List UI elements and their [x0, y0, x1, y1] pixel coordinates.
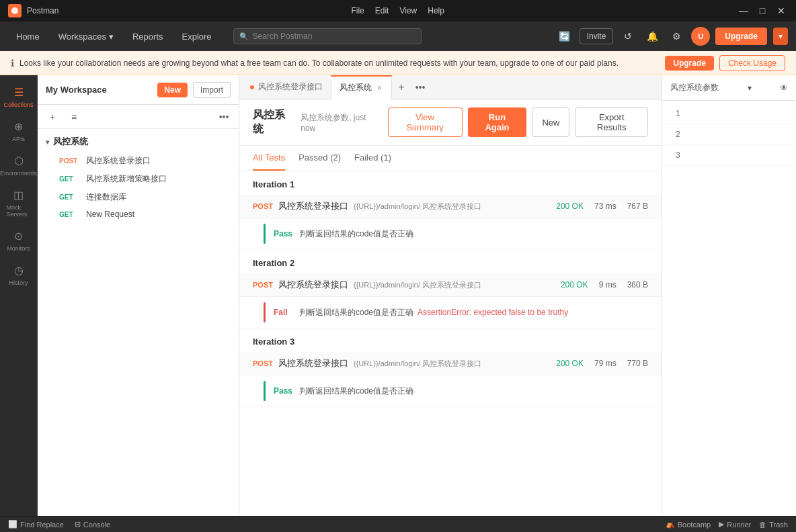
titlebar: Postman File Edit View Help — □ ✕ — [0, 0, 796, 21]
menu-view[interactable]: View — [399, 6, 417, 15]
tab-passed[interactable]: Passed (2) — [298, 146, 341, 171]
invite-button[interactable]: Invite — [580, 28, 614, 44]
run-again-button[interactable]: Run Again — [468, 107, 527, 137]
icon-sidebar: ☰ Collections ⊕ APIs ⬡ Environments ◫ Mo… — [0, 75, 38, 516]
tab-close-button[interactable]: × — [376, 82, 383, 94]
tab-more-button[interactable]: ••• — [411, 78, 430, 97]
sidebar-import-button[interactable]: Import — [193, 82, 231, 98]
collection-name: 风控系统 — [53, 136, 88, 148]
sidebar-item-history-label: History — [9, 279, 28, 286]
search-bar[interactable]: 🔍 Search Postman — [233, 28, 422, 44]
sidebar-item-environments[interactable]: ⬡ Environments — [4, 149, 34, 182]
iteration-2-req-name: 风控系统登录接口 — [278, 279, 348, 291]
sidebar-item-monitors[interactable]: ⊙ Monitors — [4, 224, 34, 257]
trash-button[interactable]: 🗑 Trash — [759, 520, 788, 529]
minimize-button[interactable]: — — [737, 5, 750, 16]
list-item[interactable]: GET 连接数据库 — [38, 188, 239, 206]
sidebar-item-mock-servers[interactable]: ◫ Mock Servers — [4, 183, 34, 223]
bootcamp-label: Bootcamp — [678, 521, 711, 529]
nav-right: 🔄 Invite ↺ 🔔 ⚙ U Upgrade ▾ — [555, 27, 788, 46]
iteration-3-time: 79 ms — [594, 359, 616, 368]
mock-servers-icon: ◫ — [13, 189, 24, 202]
pass-label: Pass — [274, 229, 294, 238]
eye-icon[interactable]: 👁 — [780, 83, 788, 93]
maximize-button[interactable]: □ — [756, 5, 769, 16]
request-name-3: 连接数据库 — [86, 191, 126, 203]
tab-method-dot — [250, 85, 254, 89]
list-item[interactable]: GET 风控系统新增策略接口 — [38, 170, 239, 188]
iteration-1-status: 200 OK — [556, 202, 584, 211]
banner-icon: ℹ — [11, 58, 14, 69]
tab-failed[interactable]: Failed (1) — [354, 146, 391, 171]
banner-check-button[interactable]: Check Usage — [719, 55, 785, 71]
iteration-2-url: {{URL}}/admin/login — [354, 281, 418, 289]
sidebar-item-apis[interactable]: ⊕ APIs — [4, 115, 34, 148]
settings-icon[interactable]: ⚙ — [667, 27, 686, 46]
list-item[interactable]: GET New Request — [38, 206, 239, 222]
find-replace-button[interactable]: ⬜ Find Replace — [8, 520, 64, 529]
iteration-1-url: {{URL}}/admin/login — [354, 202, 418, 210]
menu-help[interactable]: Help — [428, 6, 444, 15]
nav-explore[interactable]: Explore — [174, 28, 220, 46]
iteration-1-request: POST 风控系统登录接口 {{URL}}/admin/login / 风控系统… — [239, 195, 662, 218]
runner-new-button[interactable]: New — [532, 107, 569, 137]
banner: ℹ Looks like your collaboration needs ar… — [0, 51, 796, 75]
history-icon[interactable]: ↺ — [619, 27, 637, 46]
close-button[interactable]: ✕ — [774, 5, 788, 16]
iteration-2-result-1: Fail 判断返回结果的code值是否正确 AssertionError: ex… — [239, 297, 662, 328]
sidebar-filter-button[interactable]: ≡ — [65, 107, 83, 126]
sidebar-item-apis-label: APIs — [12, 136, 25, 142]
right-sidebar-label: 风控系统参数 — [670, 82, 719, 93]
nav-reports[interactable]: Reports — [124, 28, 171, 46]
collection-tree: ▾ 风控系统 POST 风控系统登录接口 GET 风控系统新增策略接口 GET … — [38, 129, 239, 516]
nav-workspaces[interactable]: Workspaces ▾ — [50, 28, 122, 46]
tab-add-button[interactable]: + — [392, 78, 411, 97]
avatar[interactable]: U — [691, 27, 710, 46]
banner-upgrade-button[interactable]: Upgrade — [665, 56, 714, 71]
bell-icon[interactable]: 🔔 — [643, 27, 662, 46]
trash-label: Trash — [769, 521, 788, 529]
tab-all-tests[interactable]: All Tests — [253, 146, 285, 171]
console-button[interactable]: ⊟ Console — [75, 520, 110, 529]
list-item[interactable]: POST 风控系统登录接口 — [38, 152, 239, 170]
view-summary-button[interactable]: View Summary — [388, 107, 463, 137]
trash-icon: 🗑 — [759, 521, 766, 529]
iteration-number-3[interactable]: 3 — [662, 145, 796, 166]
menu-edit[interactable]: Edit — [375, 6, 389, 15]
iteration-3-size: 770 B — [627, 359, 648, 368]
sidebar-add-button[interactable]: + — [43, 107, 62, 126]
environments-icon: ⬡ — [14, 154, 24, 167]
collection-header[interactable]: ▾ 风控系统 — [38, 132, 239, 152]
sidebar-header: My Workspace New Import — [38, 75, 239, 105]
upgrade-dropdown-button[interactable]: ▾ — [773, 28, 788, 45]
method-badge-get-3: GET — [59, 193, 82, 201]
iteration-3-req-name: 风控系统登录接口 — [278, 357, 348, 369]
sidebar-item-history[interactable]: ◷ History — [4, 259, 34, 292]
menu-file[interactable]: File — [351, 6, 364, 15]
iteration-number-1[interactable]: 1 — [662, 103, 796, 124]
test-tabs: All Tests Passed (2) Failed (1) — [239, 146, 662, 171]
tab-post-request[interactable]: 风控系统登录接口 — [242, 75, 331, 99]
sync-icon[interactable]: 🔄 — [555, 27, 574, 46]
sidebar-more-button[interactable]: ••• — [214, 107, 233, 126]
nav-home[interactable]: Home — [8, 28, 48, 46]
app-title: Postman — [27, 6, 58, 15]
find-replace-icon: ⬜ — [8, 520, 17, 529]
history-nav-icon: ◷ — [14, 264, 24, 277]
workspace-name: My Workspace — [46, 85, 152, 95]
sidebar-toolbar: + ≡ ••• — [38, 105, 239, 129]
runner-button[interactable]: ▶ Runner — [719, 520, 751, 529]
iteration-1-result-1: Pass 判断返回结果的code值是否正确 — [239, 218, 662, 250]
sidebar-new-button[interactable]: New — [157, 83, 188, 97]
tab-runner-active[interactable]: 风控系统 × — [331, 75, 392, 99]
bootcamp-button[interactable]: ⛺ Bootcamp — [666, 520, 711, 529]
upgrade-button[interactable]: Upgrade — [715, 28, 767, 45]
iteration-3-status: 200 OK — [556, 359, 584, 368]
iteration-number-2[interactable]: 2 — [662, 124, 796, 145]
collection-chevron-icon: ▾ — [46, 138, 49, 146]
collections-icon: ☰ — [14, 86, 24, 99]
sidebar-item-collections[interactable]: ☰ Collections — [4, 81, 34, 114]
titlebar-controls: — □ ✕ — [737, 5, 788, 16]
search-placeholder: Search Postman — [253, 32, 313, 41]
export-results-button[interactable]: Export Results — [575, 107, 648, 137]
